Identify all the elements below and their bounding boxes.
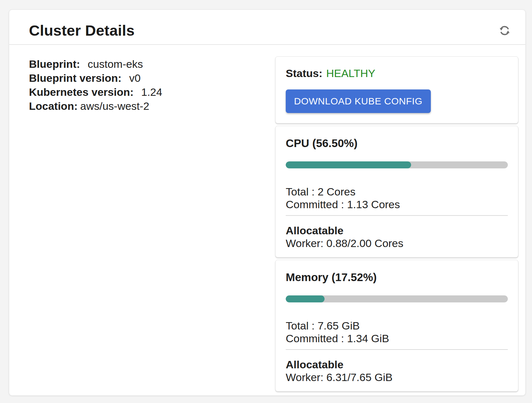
detail-row-location: Location:aws/us-west-2 [29,99,275,113]
detail-label: Location: [29,100,78,112]
status-badge: HEALTHY [326,67,375,79]
cpu-title: CPU (56.50%) [286,136,508,150]
detail-value: 1.24 [141,86,162,98]
cpu-committed: Committed : 1.13 Cores [286,198,508,211]
page-title: Cluster Details [29,22,135,39]
memory-allocatable-worker: Worker: 6.31/7.65 GiB [286,371,508,384]
cpu-allocatable-worker: Worker: 0.88/2.00 Cores [286,237,508,250]
divider [286,215,508,216]
detail-row-blueprint: Blueprint:custom-eks [29,57,275,71]
detail-value: custom-eks [88,58,143,70]
refresh-icon [497,33,512,38]
detail-row-kubernetes-version: Kubernetes version:1.24 [29,85,275,99]
status-label: Status: [286,67,322,79]
right-cards-column: Status:HEALTHY DOWNLOAD KUBE CONFIG CPU … [275,56,518,392]
cpu-allocatable-label: Allocatable [286,224,508,237]
cpu-progress-fill [286,161,411,168]
cpu-total: Total : 2 Cores [286,185,508,198]
memory-committed: Committed : 1.34 GiB [286,332,508,345]
cpu-progress-track [286,161,508,168]
refresh-button[interactable] [497,23,513,38]
detail-label: Blueprint: [29,58,80,70]
detail-label: Blueprint version: [29,72,122,84]
detail-label: Kubernetes version: [29,86,134,98]
cluster-details-list: Blueprint:custom-eks Blueprint version:v… [29,56,275,392]
memory-title: Memory (17.52%) [286,270,508,284]
status-line: Status:HEALTHY [286,67,508,80]
memory-progress-track [286,295,508,302]
card-body: Blueprint:custom-eks Blueprint version:v… [9,45,525,392]
cpu-usage-card: CPU (56.50%) Total : 2 Cores Committed :… [275,126,518,258]
detail-row-blueprint-version: Blueprint version:v0 [29,71,275,85]
memory-total: Total : 7.65 GiB [286,319,508,332]
status-card: Status:HEALTHY DOWNLOAD KUBE CONFIG [275,56,518,124]
cluster-details-card: Cluster Details Blueprint:custom-eks Blu… [9,10,526,396]
card-header: Cluster Details [9,10,525,45]
detail-value: aws/us-west-2 [80,100,149,112]
detail-value: v0 [129,72,141,84]
divider [286,349,508,350]
download-kube-config-button[interactable]: DOWNLOAD KUBE CONFIG [286,89,431,113]
memory-progress-fill [286,295,325,302]
memory-usage-card: Memory (17.52%) Total : 7.65 GiB Committ… [275,260,518,392]
memory-allocatable-label: Allocatable [286,358,508,371]
